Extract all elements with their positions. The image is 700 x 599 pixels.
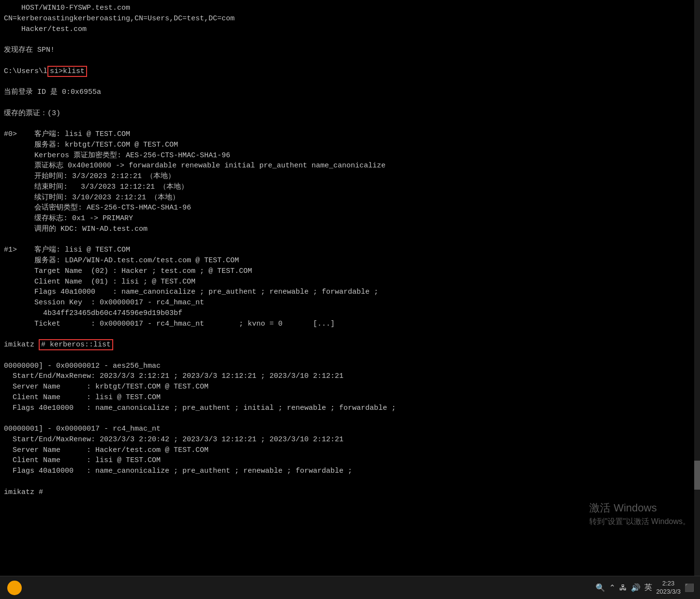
- taskbar-right: 🔍 ⌃ 🖧 🔊 英 2:23 2023/3/3 ⬛: [596, 580, 700, 596]
- line-ticket0-flags: 票证标志 0x40e10000 -> forwardable renewable…: [4, 161, 690, 171]
- start-button[interactable]: [4, 577, 25, 599]
- line-ticket1-client: #1> 客户端: lisi @ TEST.COM: [4, 245, 690, 255]
- notification-icon[interactable]: ⌃: [609, 583, 615, 592]
- line-11: [4, 350, 690, 361]
- lang-indicator[interactable]: 英: [644, 583, 652, 593]
- line-session-key-val: 4b34ff23465db60c474596e9d19b03bf: [4, 308, 690, 319]
- clock-time: 2:23: [656, 580, 681, 588]
- line-ticket0-client: #0> 客户端: lisi @ TEST.COM: [4, 129, 690, 140]
- line-login-id: 当前登录 ID 是 0:0x6955a: [4, 87, 690, 98]
- volume-icon[interactable]: 🔊: [631, 583, 640, 592]
- scrollbar-thumb[interactable]: [694, 461, 700, 490]
- line-7: [4, 98, 690, 108]
- line-final-prompt: imikatz #: [4, 487, 690, 498]
- line-ticket00-client: Client Name : lisi @ TEST.COM: [4, 392, 690, 403]
- line-mimikatz-prompt: imikatz # kerberos::list: [4, 340, 690, 350]
- search-taskbar-icon[interactable]: 🔍: [596, 583, 605, 592]
- line-ticket-val: Ticket : 0x00000017 - rc4_hmac_nt ; kvno…: [4, 319, 690, 329]
- start-icon: [7, 581, 22, 595]
- line-ticket0-renew: 续订时间: 3/10/2023 2:12:21 （本地）: [4, 193, 690, 203]
- line-ticket0-start: 开始时间: 3/3/2023 2:12:21 （本地）: [4, 171, 690, 182]
- taskbar: 🔍 ⌃ 🖧 🔊 英 2:23 2023/3/3 ⬛: [0, 576, 700, 599]
- line-ticket01-dates: Start/End/MaxRenew: 2023/3/3 2:20:42 ; 2…: [4, 434, 690, 445]
- line-ticket0-enc: Kerberos 票证加密类型: AES-256-CTS-HMAC-SHA1-9…: [4, 150, 690, 161]
- line-klist-prompt: C:\Users\lsi>klist: [4, 66, 690, 77]
- line-2: CN=kerberoastingkerberoasting,CN=Users,D…: [4, 14, 690, 24]
- line-10: [4, 329, 690, 340]
- line-ticket0-end: 结束时间: 3/3/2023 12:12:21 （本地）: [4, 182, 690, 193]
- line-flags-40a: Flags 40a10000 : name_canonicalize ; pre…: [4, 287, 690, 298]
- clock-date: 2023/3/3: [656, 588, 681, 596]
- line-ticket0-kdc: 调用的 KDC: WIN-AD.test.com: [4, 224, 690, 235]
- line-ticket00-server: Server Name : krbtgt/TEST.COM @ TEST.COM: [4, 382, 690, 392]
- line-12: [4, 413, 690, 424]
- show-desktop-icon[interactable]: ⬛: [685, 583, 694, 592]
- scrollbar[interactable]: [694, 0, 700, 576]
- line-ticket01-server: Server Name : Hacker/test.com @ TEST.COM: [4, 445, 690, 456]
- line-ticket0-cache: 缓存标志: 0x1 -> PRIMARY: [4, 213, 690, 224]
- line-9: [4, 235, 690, 245]
- line-ticket01-client: Client Name : lisi @ TEST.COM: [4, 455, 690, 466]
- terminal-content: HOST/WIN10-FYSWP.test.com CN=kerberoasti…: [0, 0, 694, 576]
- line-client-name: Client Name (01) : lisi ; @ TEST.COM: [4, 277, 690, 287]
- line-ticket0-session: 会话密钥类型: AES-256-CTS-HMAC-SHA1-96: [4, 203, 690, 213]
- line-spn: 发现存在 SPN!: [4, 45, 690, 56]
- line-5: [4, 56, 690, 66]
- line-ticket00-header: 00000000] - 0x00000012 - aes256_hmac: [4, 361, 690, 372]
- terminal-window: HOST/WIN10-FYSWP.test.com CN=kerberoasti…: [0, 0, 700, 576]
- line-1: HOST/WIN10-FYSWP.test.com: [4, 3, 690, 14]
- line-ticket1-server: 服务器: LDAP/WIN-AD.test.com/test.com @ TES…: [4, 255, 690, 266]
- kerberos-list-highlight: # kerberos::list: [39, 339, 113, 350]
- line-3: Hacker/test.com: [4, 24, 690, 35]
- network-icon[interactable]: 🖧: [619, 584, 627, 592]
- taskbar-left: [0, 577, 25, 599]
- line-ticket01-header: 00000001] - 0x00000017 - rc4_hmac_nt: [4, 424, 690, 434]
- line-4: [4, 34, 690, 45]
- klist-highlight: si>klist: [47, 66, 87, 77]
- line-13: [4, 477, 690, 487]
- line-ticket00-dates: Start/End/MaxRenew: 2023/3/3 2:12:21 ; 2…: [4, 371, 690, 382]
- line-session-key: Session Key : 0x00000017 - rc4_hmac_nt: [4, 298, 690, 308]
- line-ticket01-flags: Flags 40a10000 : name_canonicalize ; pre…: [4, 466, 690, 477]
- line-cache: 缓存的票证：(3): [4, 108, 690, 119]
- line-6: [4, 76, 690, 87]
- line-target-name: Target Name (02) : Hacker ; test.com ; @…: [4, 266, 690, 277]
- line-8: [4, 119, 690, 129]
- line-ticket0-server: 服务器: krbtgt/TEST.COM @ TEST.COM: [4, 140, 690, 150]
- time-block: 2:23 2023/3/3: [656, 580, 681, 596]
- line-ticket00-flags: Flags 40e10000 : name_canonicalize ; pre…: [4, 403, 690, 414]
